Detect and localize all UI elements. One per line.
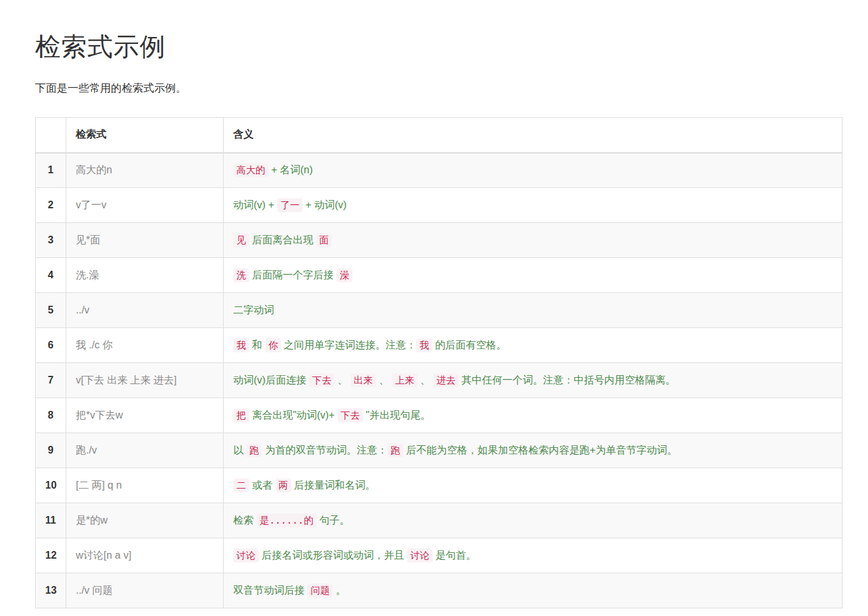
code-token: 了一 xyxy=(277,198,303,212)
expression-cell: v了一v xyxy=(66,188,224,223)
meaning-text: 后接名词或形容词或动词，并且 xyxy=(259,550,407,561)
meaning-text: "并出现句尾。 xyxy=(363,410,431,420)
code-token: 问题 xyxy=(307,584,333,598)
meaning-text: 、 xyxy=(376,375,392,385)
row-number: 5 xyxy=(36,293,66,328)
meaning-cell: 动词(v) + 了一 + 动词(v) xyxy=(224,188,843,223)
row-number: 4 xyxy=(36,258,66,293)
row-number: 8 xyxy=(36,398,66,433)
code-token: 我 xyxy=(416,338,432,352)
expression-cell: v[下去 出来 上来 进去] xyxy=(66,363,224,398)
meaning-text: 其中任何一个词。注意：中括号内用空格隔离。 xyxy=(459,375,676,385)
meaning-text: 和 xyxy=(249,340,265,350)
expression-cell: 见*面 xyxy=(66,223,224,258)
meaning-cell: 见 后面离合出现 面 xyxy=(224,223,843,258)
code-token: 两 xyxy=(275,478,291,492)
row-number: 12 xyxy=(36,538,66,573)
row-number: 7 xyxy=(36,363,66,398)
meaning-cell: 二字动词 xyxy=(224,293,843,328)
code-token: 下去 xyxy=(338,408,363,422)
table-body: 1高大的n高大的 + 名词(n)2v了一v动词(v) + 了一 + 动词(v)3… xyxy=(36,153,843,608)
meaning-cell: 我 和 你 之间用单字连词连接。注意：我 的后面有空格。 xyxy=(224,328,843,363)
expression-cell: 我 ./c 你 xyxy=(66,328,224,363)
table-header-row: 检索式 含义 xyxy=(36,118,843,153)
meaning-text: 后接量词和名词。 xyxy=(291,480,375,491)
meaning-text: 后面隔一个字后接 xyxy=(249,269,336,280)
code-token: 讨论 xyxy=(407,548,433,562)
table-row: 7v[下去 出来 上来 进去]动词(v)后面连接 下去 、 出来 、 上来 、 … xyxy=(36,363,843,398)
meaning-cell: 以 跑 为首的双音节动词。注意：跑 后不能为空格，如果加空格检索内容是跑+为单音… xyxy=(224,433,843,468)
meaning-text: 检索 xyxy=(233,515,256,526)
row-number: 9 xyxy=(36,433,66,468)
expression-cell: ../v xyxy=(66,293,224,328)
code-token: 洗 xyxy=(233,268,249,282)
meaning-text: 后不能为空格，如果加空格检索内容是跑+为单音节字动词。 xyxy=(403,445,677,455)
code-token: 出来 xyxy=(351,373,376,387)
row-number: 1 xyxy=(36,153,66,188)
meaning-cell: 讨论 后接名词或形容词或动词，并且 讨论 是句首。 xyxy=(224,538,843,573)
meaning-cell: 洗 后面隔一个字后接 澡 xyxy=(224,258,843,293)
page-subtitle: 下面是一些常用的检索式示例。 xyxy=(35,81,843,96)
table-row: 4洗.澡洗 后面隔一个字后接 澡 xyxy=(36,258,843,293)
page-title: 检索式示例 xyxy=(35,29,843,64)
header-index xyxy=(36,118,66,153)
meaning-text: 。 xyxy=(333,585,345,596)
meaning-cell: 动词(v)后面连接 下去 、 出来 、 上来 、 进去 其中任何一个词。注意：中… xyxy=(224,363,843,398)
row-number: 6 xyxy=(36,328,66,363)
meaning-text: 动词(v)后面连接 xyxy=(233,375,309,385)
row-number: 13 xyxy=(36,573,66,608)
row-number: 10 xyxy=(36,468,66,503)
meaning-text: 动词(v) + xyxy=(233,199,277,210)
code-token: 讨论 xyxy=(233,548,259,562)
table-header: 检索式 含义 xyxy=(36,118,843,153)
code-token: 跑 xyxy=(387,443,403,457)
code-token: 二 xyxy=(233,478,249,492)
table-row: 11是*的w检索 是......的 句子。 xyxy=(36,503,843,538)
meaning-text: + 动词(v) xyxy=(303,199,347,210)
table-row: 1高大的n高大的 + 名词(n) xyxy=(36,153,843,188)
row-number: 11 xyxy=(36,503,66,538)
expression-cell: 高大的n xyxy=(66,153,224,188)
expression-cell: 跑./v xyxy=(66,433,224,468)
code-token: 澡 xyxy=(336,268,352,282)
expression-cell: ../v 问题 xyxy=(66,573,224,608)
row-number: 2 xyxy=(36,188,66,223)
table-row: 6我 ./c 你我 和 你 之间用单字连词连接。注意：我 的后面有空格。 xyxy=(36,328,843,363)
code-token: 面 xyxy=(316,233,332,247)
table-row: 9跑./v以 跑 为首的双音节动词。注意：跑 后不能为空格，如果加空格检索内容是… xyxy=(36,433,843,468)
table-row: 10[二 两] q n二 或者 两 后接量词和名词。 xyxy=(36,468,843,503)
meaning-text: 以 xyxy=(233,445,246,455)
meaning-text: 为首的双音节动词。注意： xyxy=(262,445,387,455)
meaning-text: 、 xyxy=(417,375,433,385)
code-token: 把 xyxy=(233,408,249,422)
meaning-text: 的后面有空格。 xyxy=(432,340,506,350)
meaning-text: 句子。 xyxy=(317,515,350,526)
meaning-cell: 二 或者 两 后接量词和名词。 xyxy=(224,468,843,503)
code-token: 是......的 xyxy=(256,513,316,527)
meaning-text: 离合出现"动词(v)+ xyxy=(249,410,338,420)
meaning-cell: 双音节动词后接 问题 。 xyxy=(224,573,843,608)
meaning-text: 是句首。 xyxy=(433,550,476,561)
meaning-text: 或者 xyxy=(249,480,275,491)
meaning-text: + 名词(n) xyxy=(268,164,313,175)
meaning-cell: 把 离合出现"动词(v)+ 下去 "并出现句尾。 xyxy=(224,398,843,433)
code-token: 进去 xyxy=(433,373,459,387)
table-row: 13../v 问题双音节动词后接 问题 。 xyxy=(36,573,843,608)
expression-cell: [二 两] q n xyxy=(66,468,224,503)
code-token: 我 xyxy=(233,338,249,352)
meaning-cell: 高大的 + 名词(n) xyxy=(224,153,843,188)
code-token: 下去 xyxy=(309,373,335,387)
expression-cell: 是*的w xyxy=(66,503,224,538)
meaning-text: 之间用单字连词连接。注意： xyxy=(281,340,416,350)
row-number: 3 xyxy=(36,223,66,258)
header-expression: 检索式 xyxy=(66,118,224,153)
expression-cell: w讨论[n a v] xyxy=(66,538,224,573)
help-page: 检索式示例 下面是一些常用的检索式示例。 检索式 含义 1高大的n高大的 + 名… xyxy=(0,0,868,616)
table-row: 5../v二字动词 xyxy=(36,293,843,328)
code-token: 见 xyxy=(233,233,249,247)
table-row: 2v了一v动词(v) + 了一 + 动词(v) xyxy=(36,188,843,223)
header-meaning: 含义 xyxy=(224,118,843,153)
expression-cell: 把*v下去w xyxy=(66,398,224,433)
code-token: 跑 xyxy=(246,443,262,457)
meaning-text: 双音节动词后接 xyxy=(233,585,307,596)
